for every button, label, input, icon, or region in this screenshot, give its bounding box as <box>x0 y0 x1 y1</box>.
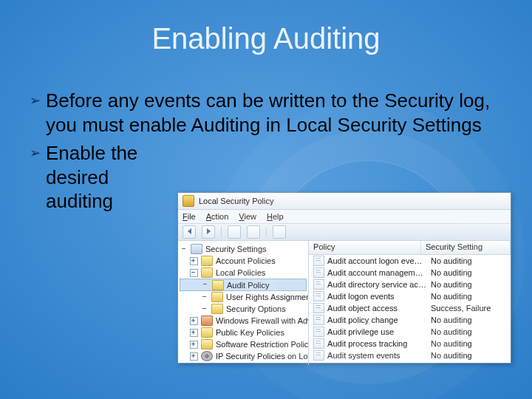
policy-name: Audit logon events <box>327 292 426 301</box>
list-item[interactable]: Audit logon eventsNo auditing <box>309 290 511 302</box>
expand-icon[interactable] <box>190 341 198 349</box>
forward-button[interactable] <box>202 225 215 239</box>
list-item[interactable]: Audit policy changeNo auditing <box>309 314 511 326</box>
toolbar-separator <box>266 226 267 238</box>
policy-icon <box>313 256 324 266</box>
menu-file[interactable]: File <box>183 212 196 221</box>
policy-setting: No auditing <box>426 268 511 277</box>
policy-name: Audit privilege use <box>327 327 426 336</box>
tree-label: IP Security Policies on Local C <box>216 352 309 361</box>
tree-label: Security Settings <box>205 245 267 253</box>
tree-item-user-rights[interactable]: User Rights Assignment <box>180 291 307 303</box>
menu-action[interactable]: Action <box>206 212 229 221</box>
menu-view[interactable]: View <box>239 212 256 221</box>
list-item[interactable]: Audit directory service ac…No auditing <box>309 279 511 290</box>
menu-help[interactable]: Help <box>267 212 284 221</box>
policy-setting: No auditing <box>426 351 511 360</box>
folder-icon <box>211 304 223 314</box>
folder-icon <box>201 267 213 278</box>
policy-setting: No auditing <box>426 280 511 289</box>
list-item[interactable]: Audit process trackingNo auditing <box>309 338 511 349</box>
list-item[interactable]: Audit system eventsNo auditing <box>309 349 511 361</box>
policy-icon <box>313 279 324 290</box>
tree-label: Local Policies <box>216 268 265 277</box>
firewall-icon <box>201 316 213 326</box>
list-item[interactable]: Audit account logon eve…No auditing <box>309 255 511 267</box>
list-pane: Policy Security Setting Audit account lo… <box>309 241 511 365</box>
tree-item-local-policies[interactable]: Local Policies <box>180 267 307 279</box>
bullet-chevron-icon: ➢ <box>30 89 46 137</box>
slide: Enabling Auditing ➢ Before any events ca… <box>0 0 532 399</box>
policy-name: Audit process tracking <box>327 339 426 348</box>
toolbar-button[interactable] <box>247 225 260 239</box>
tree-label: Windows Firewall with Advanc <box>216 316 309 325</box>
toolbar <box>178 224 511 241</box>
policy-setting: No auditing <box>426 316 511 324</box>
local-security-policy-window: Local Security Policy File Action View H… <box>177 192 511 364</box>
folder-icon <box>201 327 213 338</box>
policy-setting: Success, Failure <box>426 304 511 313</box>
expand-icon[interactable] <box>190 352 198 361</box>
back-button[interactable] <box>183 225 196 239</box>
tree-root[interactable]: Security Settings <box>180 243 307 255</box>
policy-icon <box>313 267 324 278</box>
folder-icon <box>212 280 224 290</box>
list-item[interactable]: Audit object accessSuccess, Failure <box>309 302 511 314</box>
folder-icon <box>201 256 213 266</box>
tree-item-public-key[interactable]: Public Key Policies <box>180 327 307 338</box>
tree-item-audit-policy[interactable]: Audit Policy <box>180 279 307 291</box>
tree-item-firewall[interactable]: Windows Firewall with Advanc <box>180 315 307 327</box>
bullet-text: Before any events can be written to the … <box>46 89 502 137</box>
policy-setting: No auditing <box>426 327 511 336</box>
tree-item-ipsec[interactable]: IP Security Policies on Local C <box>180 350 307 362</box>
expand-icon[interactable] <box>190 317 198 325</box>
menu-bar: File Action View Help <box>178 210 511 224</box>
column-policy[interactable]: Policy <box>309 241 421 254</box>
column-headers: Policy Security Setting <box>309 241 511 255</box>
toolbar-separator <box>221 226 222 238</box>
twisty-icon <box>202 294 208 301</box>
expand-icon[interactable] <box>190 257 198 265</box>
window-panes: Security Settings Account Policies Local… <box>178 241 511 365</box>
tree-item-software-restriction[interactable]: Software Restriction Policies <box>180 338 307 350</box>
policy-icon <box>313 315 324 325</box>
tree-label: Audit Policy <box>227 281 269 290</box>
policy-setting: No auditing <box>426 256 511 265</box>
bullet-item: ➢ Before any events can be written to th… <box>30 89 502 137</box>
policy-icon <box>313 303 324 313</box>
policy-name: Audit system events <box>327 351 426 360</box>
tree-item-account-policies[interactable]: Account Policies <box>180 255 307 267</box>
policy-name: Audit account logon eve… <box>327 256 426 265</box>
list-body: Audit account logon eve…No auditing Audi… <box>309 255 511 365</box>
policy-name: Audit account managem… <box>327 268 426 277</box>
list-item[interactable]: Audit account managem…No auditing <box>309 267 511 279</box>
window-titlebar: Local Security Policy <box>178 193 511 210</box>
folder-icon <box>201 339 213 349</box>
ipsec-icon <box>201 351 213 361</box>
toolbar-button[interactable] <box>273 225 286 239</box>
twisty-icon <box>181 246 188 253</box>
column-setting[interactable]: Security Setting <box>421 241 511 254</box>
app-icon <box>183 195 194 207</box>
policy-icon <box>313 338 324 349</box>
toolbar-button[interactable] <box>228 225 241 239</box>
policy-icon <box>313 291 324 301</box>
folder-icon <box>211 292 223 302</box>
list-item[interactable]: Audit privilege useNo auditing <box>309 326 511 338</box>
tree-label: Software Restriction Policies <box>216 340 309 349</box>
policy-icon <box>313 327 324 337</box>
twisty-icon <box>202 282 209 288</box>
slide-title: Enabling Auditing <box>0 22 532 55</box>
policy-name: Audit directory service ac… <box>327 280 426 289</box>
tree-label: Account Policies <box>216 256 276 265</box>
policy-name: Audit object access <box>327 304 426 313</box>
security-settings-icon <box>191 244 202 254</box>
tree-item-security-options[interactable]: Security Options <box>180 303 307 315</box>
twisty-icon <box>202 306 208 313</box>
expand-icon[interactable] <box>190 329 198 337</box>
policy-setting: No auditing <box>426 339 511 348</box>
tree-label: User Rights Assignment <box>226 293 309 301</box>
policy-icon <box>313 350 324 361</box>
policy-setting: No auditing <box>426 292 511 301</box>
collapse-icon[interactable] <box>190 269 198 277</box>
